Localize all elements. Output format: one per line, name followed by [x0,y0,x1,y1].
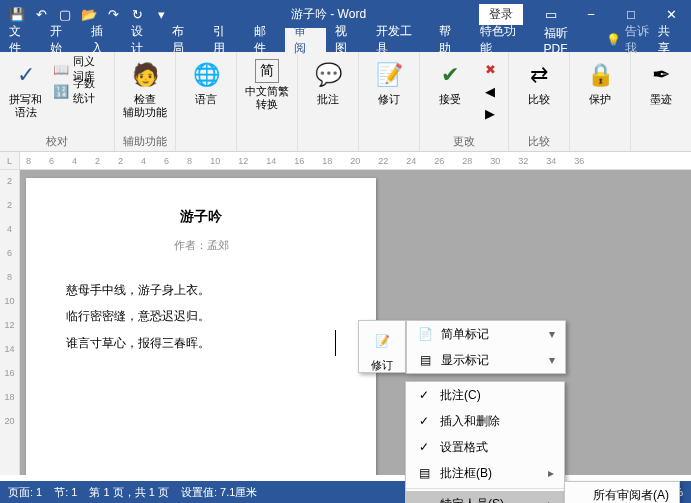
tab-12[interactable]: 福昕PDF [535,28,599,52]
prev-change-button[interactable]: ◀ [478,81,502,101]
doc-author: 作者：孟郊 [66,238,336,253]
markup-item-3[interactable]: ▤批注框(B)▸ [406,460,564,486]
group-proofing-label: 校对 [6,132,108,151]
status-position[interactable]: 设置值: 7.1厘米 [181,485,257,500]
reject-button[interactable]: ✖ [478,59,502,79]
markup-item-0[interactable]: ✓批注(C) [406,382,564,408]
accessibility-button[interactable]: 🧑 检查 辅助功能 [121,55,169,119]
list-icon: ▤ [417,353,433,367]
globe-icon: 🌐 [190,59,222,91]
book-icon: 📖 [53,61,69,77]
comment-button[interactable]: 💬 批注 [304,55,352,106]
next-change-button[interactable]: ▶ [478,103,502,123]
markup-item-2[interactable]: ✓设置格式 [406,434,564,460]
tab-2[interactable]: 插入 [82,28,123,52]
group-accessibility-label: 辅助功能 [121,132,169,151]
repeat-icon[interactable]: ↻ [126,3,148,25]
simple-markup-item[interactable]: 📄 简单标记 ▾ [407,321,565,347]
tab-9[interactable]: 开发工具 [367,28,431,52]
wordcount-button[interactable]: 🔢字数统计 [49,81,108,101]
track-changes-button[interactable]: 📝 修订 [365,55,413,106]
reject-icon: ✖ [482,61,498,77]
tab-8[interactable]: 视图 [326,28,367,52]
lock-icon: 🔒 [584,59,616,91]
doc-icon: 📄 [417,327,433,341]
open-icon[interactable]: 📂 [78,3,100,25]
redo-icon[interactable]: ↷ [102,3,124,25]
convert-button[interactable]: 简 中文简繁 转换 [243,55,291,111]
next-icon: ▶ [482,105,498,121]
document-background: 游子吟 作者：孟郊 慈母手中线，游子身上衣。临行密密缝，意恐迟迟归。谁言寸草心，… [20,170,691,475]
doc-line: 临行密密缝，意恐迟迟归。 [66,303,336,329]
tab-6[interactable]: 邮件 [245,28,286,52]
tab-4[interactable]: 布局 [163,28,204,52]
show-markup-submenu: ✓批注(C)✓插入和删除✓设置格式▤批注框(B)▸特定人员(S)▸突出显示更新(… [405,381,565,503]
track-option[interactable]: 📝 修订 [359,321,405,372]
accept-button[interactable]: ✔ 接受 [426,55,474,106]
status-pageof[interactable]: 第 1 页，共 1 页 [89,485,168,500]
save-icon[interactable]: 💾 [6,3,28,25]
qat-dropdown-icon[interactable]: ▾ [150,3,172,25]
all-reviewers-item[interactable]: 所有审阅者(A) [565,482,679,503]
tab-3[interactable]: 设计 [122,28,163,52]
track-icon: 📝 [373,59,405,91]
window-title: 游子吟 - Word [178,6,479,23]
comment-icon: 💬 [312,59,344,91]
tab-11[interactable]: 特色功能 [471,28,535,52]
chevron-down-icon: ▾ [549,353,555,367]
tab-5[interactable]: 引用 [204,28,245,52]
markup-item-1[interactable]: ✓插入和删除 [406,408,564,434]
prev-icon: ◀ [482,83,498,99]
reviewers-submenu: 所有审阅者(A) ☐ xbany [564,481,680,503]
markup-item-4[interactable]: 特定人员(S)▸ [406,491,564,503]
doc-title: 游子吟 [66,208,336,226]
ink-button[interactable]: ✒ 墨迹 [637,55,685,106]
track-icon: 📝 [374,325,390,357]
status-page[interactable]: 页面: 1 [8,485,42,500]
spelling-button[interactable]: ✓ 拼写和语法 [6,55,45,119]
accept-icon: ✔ [434,59,466,91]
simp-icon: 简 [255,59,279,83]
accessibility-icon: 🧑 [129,59,161,91]
undo-icon[interactable]: ↶ [30,3,52,25]
horizontal-ruler[interactable]: 864224681012141618202224262830323436 [20,152,691,169]
doc-line: 慈母手中线，游子身上衣。 [66,277,336,303]
protect-button[interactable]: 🔒 保护 [576,55,624,106]
count-icon: 🔢 [53,83,69,99]
vertical-ruler[interactable]: 22468101214161820 [0,170,20,475]
ruler-corner: L [0,152,20,169]
show-markup-item[interactable]: ▤ 显示标记 ▾ [407,347,565,373]
status-section[interactable]: 节: 1 [54,485,77,500]
group-compare-label: 比较 [515,132,563,151]
language-button[interactable]: 🌐 语言 [182,55,230,106]
document-page[interactable]: 游子吟 作者：孟郊 慈母手中线，游子身上衣。临行密密缝，意恐迟迟归。谁言寸草心，… [26,178,376,475]
track-dropdown: 📝 修订 [358,320,406,373]
new-icon[interactable]: ▢ [54,3,76,25]
bulb-icon: 💡 [606,33,621,47]
login-button[interactable]: 登录 [479,4,523,25]
group-changes-label: 更改 [426,132,502,151]
tab-0[interactable]: 文件 [0,28,41,52]
tab-7[interactable]: 审阅 [285,28,326,52]
tab-1[interactable]: 开始 [41,28,82,52]
chevron-right-icon: ▸ [548,466,554,480]
compare-icon: ⇄ [523,59,555,91]
chevron-down-icon: ▾ [549,327,555,341]
pen-icon: ✒ [645,59,677,91]
compare-button[interactable]: ⇄ 比较 [515,55,563,106]
chevron-right-icon: ▸ [548,497,554,503]
doc-line: 谁言寸草心，报得三春晖。 [66,330,336,356]
markup-dropdown: 📄 简单标记 ▾ ▤ 显示标记 ▾ [406,320,566,374]
tab-10[interactable]: 帮助 [430,28,471,52]
